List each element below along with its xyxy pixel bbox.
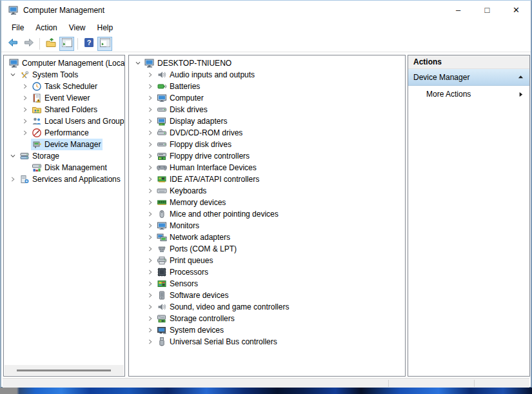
tree-item-body[interactable]: Services and Applications xyxy=(19,173,123,185)
collapse-up-icon[interactable] xyxy=(518,74,524,80)
actions-group-device-manager[interactable]: Device Manager xyxy=(408,69,529,86)
tree-item-body[interactable]: Software devices xyxy=(156,290,230,301)
tree-item-body[interactable]: Network adapters xyxy=(156,231,232,243)
chevron-right-icon[interactable] xyxy=(144,279,156,289)
chevron-right-icon[interactable] xyxy=(144,255,156,266)
tree-item-body[interactable]: Computer Management (Local) xyxy=(8,57,125,69)
tree-item-body[interactable]: Mice and other pointing devices xyxy=(156,208,281,220)
tree-item-local-users-and-groups[interactable]: Local Users and Groups xyxy=(4,115,124,127)
chevron-right-icon[interactable] xyxy=(144,93,156,103)
tree-item-computer[interactable]: Computer xyxy=(129,92,405,104)
tree-item-sound-video-and-game-controllers[interactable]: Sound, video and game controllers xyxy=(129,301,405,313)
tree-item-body[interactable]: Computer xyxy=(156,92,206,104)
scrollbar-thumb[interactable] xyxy=(17,369,111,371)
tree-item-disk-management[interactable]: Disk Management xyxy=(4,162,124,173)
tree-item-body[interactable]: Performance xyxy=(31,127,91,139)
tree-item-keyboards[interactable]: Keyboards xyxy=(129,185,405,197)
chevron-right-icon[interactable] xyxy=(144,104,156,115)
tree-item-body[interactable]: Print queues xyxy=(156,255,215,266)
tree-item-device-manager[interactable]: Device Manager xyxy=(4,139,124,150)
chevron-right-icon[interactable] xyxy=(144,128,156,138)
tree-item-computer-management-local[interactable]: Computer Management (Local) xyxy=(4,57,124,69)
forward-button[interactable] xyxy=(21,37,36,51)
chevron-right-icon[interactable] xyxy=(144,221,156,231)
tree-item-processors[interactable]: Processors xyxy=(129,266,405,278)
tree-item-memory-devices[interactable]: Memory devices xyxy=(129,197,405,208)
tree-item-desktop-tniueno[interactable]: DESKTOP-TNIUENO xyxy=(129,57,405,69)
tree-item-performance[interactable]: Performance xyxy=(4,127,124,139)
chevron-right-icon[interactable] xyxy=(144,267,156,277)
tree-item-shared-folders[interactable]: Shared Folders xyxy=(4,104,124,115)
chevron-down-icon[interactable] xyxy=(132,58,144,68)
tree-item-mice-and-other-pointing-devices[interactable]: Mice and other pointing devices xyxy=(129,208,405,220)
tree-item-body[interactable]: Human Interface Devices xyxy=(156,162,259,173)
tree-item-task-scheduler[interactable]: Task Scheduler xyxy=(4,81,124,92)
up-one-level-button[interactable] xyxy=(43,37,58,51)
chevron-right-icon[interactable] xyxy=(144,302,156,312)
chevron-right-icon[interactable] xyxy=(144,186,156,196)
tree-item-body[interactable]: Display adapters xyxy=(156,115,229,127)
tree-item-print-queues[interactable]: Print queues xyxy=(129,255,405,266)
menu-help[interactable]: Help xyxy=(92,21,119,34)
chevron-right-icon[interactable] xyxy=(144,116,156,126)
more-actions-item[interactable]: More Actions xyxy=(408,86,529,103)
tree-item-body[interactable]: Local Users and Groups xyxy=(31,115,125,127)
chevron-right-icon[interactable] xyxy=(144,244,156,254)
menu-action[interactable]: Action xyxy=(30,21,63,34)
chevron-right-icon[interactable] xyxy=(144,81,156,92)
menu-file[interactable]: File xyxy=(6,21,30,34)
tree-item-body[interactable]: Event Viewer xyxy=(31,92,92,104)
chevron-right-icon[interactable] xyxy=(144,163,156,173)
tree-item-body[interactable]: Disk drives xyxy=(156,104,210,115)
tree-item-body[interactable]: Floppy drive controllers xyxy=(156,150,251,162)
tree-item-body[interactable]: Ports (COM & LPT) xyxy=(156,243,239,255)
chevron-right-icon[interactable] xyxy=(144,337,156,347)
tree-item-batteries[interactable]: Batteries xyxy=(129,81,405,92)
tree-item-event-viewer[interactable]: Event Viewer xyxy=(4,92,124,104)
tree-item-monitors[interactable]: Monitors xyxy=(129,220,405,231)
tree-item-body[interactable]: Audio inputs and outputs xyxy=(156,69,257,81)
show-action-pane-button[interactable] xyxy=(97,37,112,51)
tree-item-ide-ata-atapi-controllers[interactable]: IDE ATA/ATAPI controllers xyxy=(129,173,405,185)
chevron-right-icon[interactable] xyxy=(144,139,156,150)
title-bar[interactable]: Computer Management – □ ✕ xyxy=(1,1,531,20)
chevron-right-icon[interactable] xyxy=(19,104,31,115)
chevron-right-icon[interactable] xyxy=(144,325,156,335)
tree-item-body[interactable]: Disk Management xyxy=(31,162,109,173)
tree-item-body[interactable]: IDE ATA/ATAPI controllers xyxy=(156,173,261,185)
tree-item-floppy-disk-drives[interactable]: Floppy disk drives xyxy=(129,139,405,150)
tree-item-ports-com-lpt[interactable]: Ports (COM & LPT) xyxy=(129,243,405,255)
help-button[interactable]: ? xyxy=(81,37,96,51)
chevron-right-icon[interactable] xyxy=(144,290,156,300)
tree-item-floppy-drive-controllers[interactable]: Floppy drive controllers xyxy=(129,150,405,162)
tree-item-body[interactable]: Memory devices xyxy=(156,197,228,208)
back-button[interactable] xyxy=(5,37,20,51)
tree-item-body[interactable]: Processors xyxy=(156,266,210,278)
selected-item-highlight[interactable]: Device Manager xyxy=(31,139,103,150)
tree-item-body[interactable]: DVD/CD-ROM drives xyxy=(156,127,244,139)
chevron-right-icon[interactable] xyxy=(19,81,31,92)
tree-item-body[interactable]: Monitors xyxy=(156,220,201,231)
tree-item-audio-inputs-and-outputs[interactable]: Audio inputs and outputs xyxy=(129,69,405,81)
tree-item-body[interactable]: Floppy disk drives xyxy=(156,139,233,150)
tree-item-storage[interactable]: Storage xyxy=(4,150,124,162)
tree-item-dvd-cd-rom-drives[interactable]: DVD/CD-ROM drives xyxy=(129,127,405,139)
tree-item-universal-serial-bus-controllers[interactable]: Universal Serial Bus controllers xyxy=(129,336,405,348)
show-console-tree-button[interactable] xyxy=(59,37,74,51)
chevron-right-icon[interactable] xyxy=(144,232,156,242)
tree-item-body[interactable]: Sensors xyxy=(156,278,200,290)
tree-item-system-devices[interactable]: System devices xyxy=(129,324,405,336)
chevron-right-icon[interactable] xyxy=(19,93,31,103)
tree-item-body[interactable]: Sound, video and game controllers xyxy=(156,301,291,313)
chevron-right-icon[interactable] xyxy=(144,151,156,161)
chevron-right-icon[interactable] xyxy=(19,116,31,126)
tree-item-body[interactable]: Storage controllers xyxy=(156,313,237,324)
chevron-right-icon[interactable] xyxy=(7,174,19,184)
horizontal-scrollbar[interactable] xyxy=(5,365,124,375)
minimize-button[interactable]: – xyxy=(444,1,473,19)
tree-item-body[interactable]: Shared Folders xyxy=(31,104,99,115)
tree-item-body[interactable]: Batteries xyxy=(156,81,202,92)
chevron-right-icon[interactable] xyxy=(144,209,156,219)
tree-item-body[interactable]: System Tools xyxy=(19,69,80,81)
menu-view[interactable]: View xyxy=(63,21,92,34)
